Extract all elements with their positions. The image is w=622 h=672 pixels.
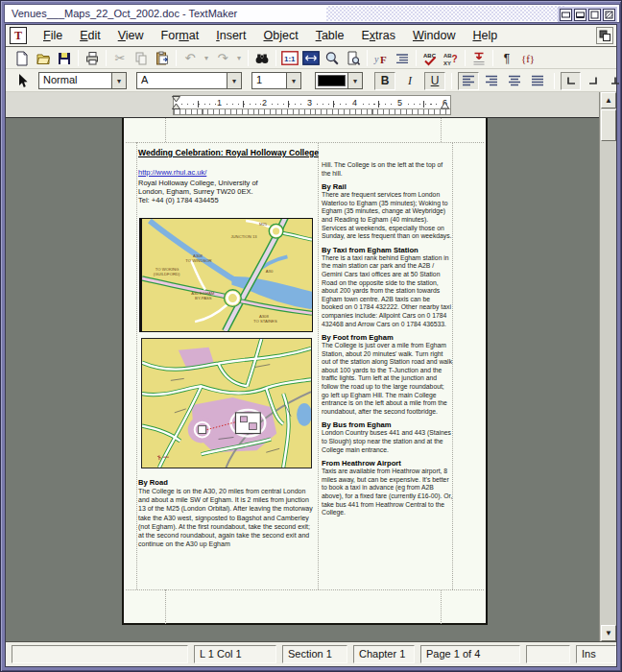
chevron-down-icon[interactable]: ▾ [227,73,241,88]
formatting-marks-icon[interactable]: ¶ [496,49,517,68]
menu-item-edit[interactable]: Edit [71,26,109,46]
by-road-heading: By Road [138,478,314,487]
redo-dropdown-icon[interactable]: ▾ [233,49,245,68]
window-close-icon[interactable] [603,9,615,21]
window-maximize-wide-icon[interactable] [560,9,572,21]
undo-icon[interactable]: ↶ [179,49,201,68]
bold-button[interactable]: B [374,72,395,90]
menu-item-table[interactable]: Table [307,26,353,46]
column-divider-guide [318,142,319,589]
underline-button[interactable]: U [424,72,445,90]
status-fields: L 1 Col 1Section 1Chapter 1Page 1 of 4In… [12,645,616,663]
align-left-icon [462,75,475,86]
menu-item-help[interactable]: Help [464,26,506,46]
chevron-down-icon[interactable]: ▾ [347,73,362,88]
font-size-value: 1 [252,73,286,88]
paragraph-style-combo[interactable]: Normal ▾ [38,72,127,89]
page[interactable]: Wedding Celebration: Royal Holloway Coll… [122,118,488,625]
spell-check-icon[interactable]: ABC [419,49,441,68]
redo-icon[interactable]: ↷ [212,49,233,68]
menu-item-window[interactable]: Window [404,26,464,46]
character-format-icon[interactable]: yF [371,49,392,68]
hyphenation-icon[interactable] [468,49,490,68]
ruler-number: 2 [261,98,268,108]
italic-button[interactable]: I [399,72,420,90]
bottom-margin-guide [126,589,484,590]
menu-item-view[interactable]: View [109,26,153,46]
frame-left-guide [136,142,137,589]
document-heading: Wedding Celebration: Royal Holloway Coll… [138,148,319,157]
by-road-body: The College is on the A30, 20 miles from… [138,487,314,548]
menu-item-extras[interactable]: Extras [353,26,404,46]
format-toolbar: Normal ▾ A ▾ 1 ▾ ▾ B I U [6,70,616,92]
section-heading: By Bus from Egham [322,420,453,429]
cut-icon[interactable]: ✂ [109,49,131,68]
right-indent-marker-icon[interactable] [441,101,450,109]
save-icon[interactable] [54,49,75,68]
application-body: T FileEditViewFormatInsertObjectTableExt… [5,24,617,667]
horizontal-ruler[interactable]: 123456 [173,95,451,115]
paragraph-format-icon[interactable] [392,49,413,68]
print-icon[interactable] [82,49,103,68]
right-tab-icon [586,75,600,86]
left-column: http://www.rhul.ac.uk/ Royal Holloway Co… [138,168,313,205]
font-combo[interactable]: A ▾ [136,72,242,89]
justify-button[interactable] [527,72,548,90]
address-line: London, Egham, Surrey TW20 0EX. [138,187,313,196]
titlebar-texture [326,6,564,21]
scroll-down-icon[interactable]: ▼ [601,625,616,641]
window-shade-icon[interactable] [574,9,586,21]
align-center-icon [508,75,521,86]
new-document-icon[interactable] [12,49,33,68]
zoom-actual-size-icon[interactable]: 1:1 [279,49,300,68]
zoom-icon[interactable] [322,49,343,68]
align-right-icon [485,75,498,86]
menu-item-object[interactable]: Object [254,26,306,46]
chevron-down-icon[interactable]: ▾ [286,73,300,88]
map-label: M25 [259,222,268,227]
left-tab-button[interactable] [561,72,581,90]
translate-icon[interactable]: ABXY? [441,49,462,68]
menu-item-file[interactable]: File [35,26,71,46]
window-maximize-icon[interactable] [588,9,601,21]
pointer-tool-icon[interactable] [12,71,33,90]
copy-icon[interactable] [131,49,152,68]
document-system-button[interactable]: T [10,27,27,44]
align-left-button[interactable] [458,72,479,90]
document-area[interactable]: Wedding Celebration: Royal Holloway Coll… [6,118,599,641]
chevron-down-icon[interactable]: ▾ [111,73,126,88]
insert-field-icon[interactable]: {f} [517,49,538,68]
website-link[interactable]: http://www.rhul.ac.uk/ [138,168,313,177]
find-icon[interactable] [251,49,273,68]
scroll-up-icon[interactable]: ▲ [601,92,616,108]
status-empty [12,645,188,663]
right-tab-button[interactable] [583,72,603,90]
align-right-button[interactable] [481,72,502,90]
standard-toolbar: ✂ ↶ ▾ ↷ ▾ 1:1 [6,48,616,69]
map-label: A30 [266,269,274,274]
center-tab-button[interactable] [605,72,622,90]
undo-dropdown-icon[interactable]: ▾ [201,49,212,68]
font-color-combo[interactable]: ▾ [315,72,363,89]
menu-item-insert[interactable]: Insert [207,26,254,46]
paste-icon[interactable] [152,49,173,68]
title-bar[interactable]: Venues___Maps_22_Oct_2002.doc - TextMake… [4,4,620,23]
font-size-combo[interactable]: 1 ▾ [251,72,301,89]
status-l-1-col-1: L 1 Col 1 [194,645,276,663]
section-body: The College is just over a mile from Egh… [322,342,453,416]
align-center-button[interactable] [504,72,525,90]
menu-item-format[interactable]: Format [153,26,208,46]
ruler-bottom-ticks [174,108,450,114]
print-preview-icon[interactable] [343,49,364,68]
indent-marker-icon[interactable] [172,96,181,110]
fit-to-width-icon[interactable] [300,49,322,68]
restore-document-window-button[interactable] [596,27,613,44]
open-icon[interactable] [33,49,54,68]
status-ins: Ins [576,645,616,663]
ruler-number: 1 [216,98,223,108]
vertical-scrollbar[interactable]: ▲ ▼ [599,92,616,641]
svg-text:F: F [380,53,387,64]
section-body: Hill. The College is on the left at the … [322,161,453,178]
scrollbar-thumb[interactable] [601,109,616,141]
status-empty [526,645,570,663]
